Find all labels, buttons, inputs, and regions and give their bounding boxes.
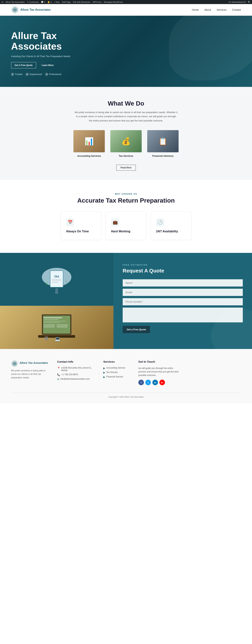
admin-edit-page[interactable]: Edit Page (62, 1, 71, 3)
copyright-text: Copyright © 2022 Allure Tax Associates (108, 396, 144, 398)
location-icon: 📍 (57, 367, 60, 370)
service-card-accounting: Accounting Services (73, 130, 105, 157)
admin-comments[interactable]: 💬 3 (41, 1, 45, 3)
features-grid: 📅 Always On Time 💼 Hard Working 🕐 24/7 A… (11, 212, 241, 240)
message-input[interactable] (123, 308, 243, 322)
service-title-accounting: Accounting Services (73, 154, 105, 157)
what-we-do-description: We pride ourselves in being able to assi… (74, 110, 178, 122)
quote-form: Get a Free Quote (123, 279, 243, 333)
nav-home[interactable]: Home (192, 8, 199, 11)
svg-text:AT: AT (13, 8, 16, 11)
quote-heading: Request A Quote (123, 268, 243, 274)
quote-section: TAX $ $ (0, 253, 252, 349)
svg-text:$: $ (46, 282, 47, 285)
logo-text: Allure Tax Associates (20, 8, 51, 12)
service-title-tax: Tax Services (110, 154, 142, 157)
hard-working-icon: 💼 (111, 218, 119, 226)
admin-managed-wp[interactable]: Managed WordPress (104, 1, 123, 3)
footer-service-accounting[interactable]: ▶ Accounting Service (103, 366, 133, 370)
feature-card-24-7: 🕐 24/7 Availability (151, 212, 191, 240)
svg-point-9 (55, 288, 58, 291)
feature-title-always-on-time: Always On Time (66, 230, 96, 233)
hero-buttons: Get A Free Quote Learn More (11, 62, 103, 68)
why-label: WHY CHOOSE US (11, 193, 241, 195)
name-input[interactable] (123, 279, 243, 286)
footer-service-tax[interactable]: ▶ Tax Service (103, 371, 133, 374)
svg-text:🖩: 🖩 (44, 335, 49, 342)
what-we-do-section: What We Do We pride ourselves in being a… (0, 87, 252, 180)
footer-touch-text: we will guide you through the entire pro… (138, 366, 179, 377)
logo-icon: AT (11, 6, 19, 14)
arrow-icon-2: ▶ (103, 371, 105, 374)
svg-rect-20 (57, 324, 68, 328)
nav-about[interactable]: About (204, 8, 211, 11)
admin-wpforms[interactable]: WPForms (93, 1, 102, 3)
quote-laptop-image: 🖩 💻 (0, 306, 114, 349)
site-footer: AT Allure Tax Associates We pride oursel… (0, 349, 252, 404)
twitter-icon[interactable]: t (145, 380, 151, 385)
social-icons: f t in ▶ (138, 380, 179, 385)
read-more-button[interactable]: Read More (116, 165, 135, 170)
svg-text:$: $ (66, 280, 67, 283)
linkedin-icon[interactable]: in (152, 380, 158, 385)
admin-elementor[interactable]: Edit with Elementor (73, 1, 90, 3)
hero-title: Allure Tax Associates (11, 30, 103, 52)
always-on-time-icon: 📅 (66, 218, 74, 226)
get-quote-button[interactable]: Get A Free Quote (11, 62, 36, 68)
nav-contact[interactable]: Contact (232, 8, 241, 11)
admin-site-name: Allure Tax Associates (5, 1, 25, 3)
hero-subtitle: Assisting Our Clients In All Their Tax P… (11, 55, 103, 58)
footer-bottom: Copyright © 2022 Allure Tax Associates (11, 392, 241, 398)
feature-title-hard-working: Hard Working (111, 230, 141, 233)
admin-updates[interactable]: 🔔 0 (47, 1, 52, 3)
service-card-tax: Tax Services (110, 130, 142, 157)
feature-title-24-7: 24/7 Availability (156, 230, 186, 233)
email-input[interactable] (123, 289, 243, 296)
badge-experienced: Experienced (26, 73, 42, 76)
hero-content: Allure Tax Associates Assisting Our Clie… (11, 30, 103, 76)
svg-rect-19 (44, 324, 55, 328)
svg-rect-16 (44, 319, 58, 320)
admin-bar: ⚙ Allure Tax Associates ✎ Customise 💬 3 … (0, 0, 252, 4)
phone-icon: 📞 (57, 374, 60, 376)
footer-logo-text: Allure Tax Associates (19, 361, 48, 365)
svg-rect-10 (55, 291, 58, 294)
admin-user: Hi, federateikar123 (229, 1, 246, 3)
footer-logo-col: AT Allure Tax Associates We pride oursel… (11, 360, 52, 386)
service-img-financial (147, 130, 179, 152)
logo[interactable]: AT Allure Tax Associates (11, 6, 51, 14)
footer-address: 📍 14208 McCarthy Rd Lemont IL 60439 (57, 366, 98, 372)
nav-services[interactable]: Services (217, 8, 227, 11)
learn-more-button[interactable]: Learn More (38, 62, 57, 68)
quote-section-label: FREE ESTIMATION (123, 264, 243, 266)
submit-quote-button[interactable]: Get a Free Quote (123, 326, 150, 333)
service-img-accounting (73, 130, 105, 152)
why-choose-section: WHY CHOOSE US Accurate Tax Return Prepar… (0, 180, 252, 253)
arrow-icon-1: ▶ (103, 367, 105, 370)
footer-services-col: Services ▶ Accounting Service ▶ Tax Serv… (103, 360, 133, 386)
facebook-icon[interactable]: f (138, 380, 144, 385)
email-icon: ✉ (57, 378, 59, 380)
admin-search-icon[interactable]: 🔍 (248, 1, 251, 3)
phone-input[interactable] (123, 298, 243, 305)
admin-customize[interactable]: ✎ Customise (27, 1, 39, 3)
badge-professional: Professional (45, 73, 61, 76)
laptop-svg: 🖩 💻 (38, 311, 75, 344)
svg-rect-4 (50, 270, 63, 287)
footer-service-financial[interactable]: ▶ Financial Service (103, 376, 133, 378)
site-header: AT Allure Tax Associates Home About Serv… (0, 4, 252, 16)
what-we-do-heading: What We Do (11, 100, 241, 107)
youtube-icon[interactable]: ▶ (159, 380, 165, 385)
laptop-illustration: 🖩 💻 (0, 306, 114, 349)
quote-left-panel: TAX $ $ (0, 253, 114, 349)
badge-trusted: Trusted (11, 73, 22, 76)
why-heading: Accurate Tax Return Preparation (11, 197, 241, 204)
admin-new[interactable]: + New (54, 1, 60, 3)
quote-illustration-area: TAX $ $ (0, 253, 114, 306)
footer-email: ✉ info@alluretaxassociates.com (57, 378, 98, 380)
services-grid: Accounting Services Tax Services Financi… (11, 130, 241, 157)
tax-illustration-svg: TAX $ $ (38, 264, 75, 294)
service-title-financial: Financial Advisory (147, 154, 179, 157)
quote-right-panel: FREE ESTIMATION Request A Quote Get a Fr… (114, 253, 252, 349)
arrow-icon-3: ▶ (103, 376, 105, 378)
